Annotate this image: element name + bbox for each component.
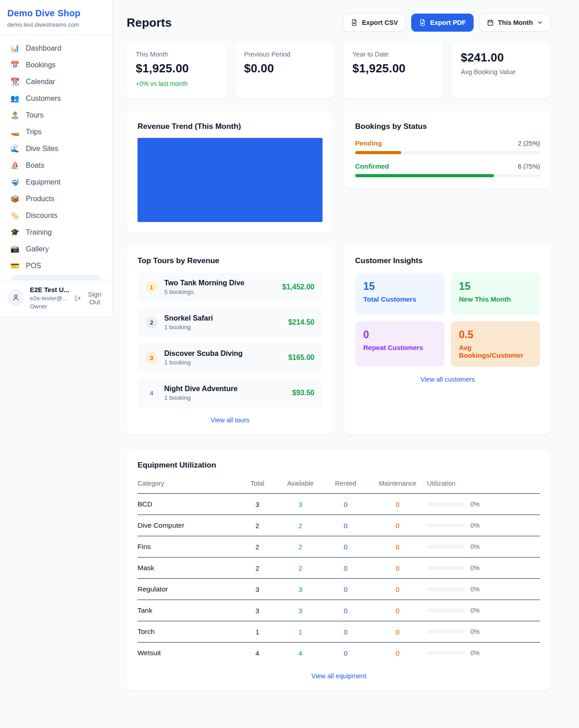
dive-mask-icon: 🤿 <box>10 178 20 186</box>
cell-available: 2 <box>278 522 323 529</box>
tile-avg-bookings-customer: 0.5 Avg Bookings/Customer <box>451 321 541 367</box>
bookings-by-status-card: Bookings by Status Pending 2 (25%) Confi… <box>344 111 551 188</box>
tour-name: Two Tank Morning Dive <box>164 279 244 287</box>
sidebar-item-bookings[interactable]: 📅Bookings <box>5 57 107 73</box>
tour-bookings: 1 booking <box>164 359 242 366</box>
utilization-percent: 0% <box>470 607 479 614</box>
cell-available: 3 <box>278 607 323 615</box>
cell-category: BCD <box>138 500 237 508</box>
stat-card-previous-period: Previous Period $0.00 <box>235 42 335 99</box>
utilization-percent: 0% <box>470 628 479 635</box>
sidebar-item-customers[interactable]: 👥Customers <box>5 90 107 107</box>
cell-available: 3 <box>278 501 323 508</box>
export-csv-button[interactable]: Export CSV <box>343 14 406 32</box>
status-label: Pending <box>355 139 382 147</box>
sidebar-item-label: Dashboard <box>26 44 61 52</box>
utilization-percent: 0% <box>470 649 479 657</box>
utilization-percent: 0% <box>470 522 479 529</box>
progress-track <box>355 151 540 154</box>
dashboard-icon: 📊 <box>10 44 20 52</box>
sign-out-label: Sign Out <box>84 290 105 306</box>
sidebar-item-pos[interactable]: 💳POS <box>5 257 107 274</box>
stat-cards-row: This Month $1,925.00 +0% vs last month P… <box>127 42 551 99</box>
cell-category: Dive Computer <box>138 521 237 529</box>
cell-maintenance: 0 <box>368 522 427 529</box>
page-header: Reports Export CSV Export PDF This Month <box>127 14 551 32</box>
customers-icon: 👥 <box>10 94 20 103</box>
stat-label: Previous Period <box>244 51 326 58</box>
charts-row: Revenue Trend (This Month) Bookings by S… <box>127 111 551 233</box>
avatar <box>7 289 24 306</box>
view-all-customers-link[interactable]: View all customers <box>420 376 475 383</box>
stat-card-avg-booking-value: $241.00 Avg Booking Value <box>452 42 551 99</box>
cell-available: 1 <box>278 628 323 636</box>
sidebar-item-trips[interactable]: 🚤Trips <box>5 123 107 140</box>
sign-out-button[interactable]: Sign Out <box>75 290 105 306</box>
cell-total: 2 <box>237 543 278 551</box>
sidebar-item-tours[interactable]: 🏝️Tours <box>5 107 107 123</box>
status-value: 6 (75%) <box>518 163 540 170</box>
export-pdf-label: Export PDF <box>430 19 466 26</box>
cell-maintenance: 0 <box>368 649 427 657</box>
sidebar-item-training[interactable]: 🎓Training <box>5 224 107 241</box>
sidebar-item-equipment[interactable]: 🤿Equipment <box>5 174 107 190</box>
view-all-tours-link[interactable]: View all tours <box>211 416 250 424</box>
sidebar-item-products[interactable]: 📦Products <box>5 190 107 207</box>
sidebar-item-boats[interactable]: ⛵Boats <box>5 157 107 174</box>
sidebar-item-dive-sites[interactable]: 🌊Dive Sites <box>5 140 107 157</box>
tile-new-this-month: 15 New This Month <box>451 273 541 315</box>
stat-label: Avg Booking Value <box>461 68 542 76</box>
customer-insights-title: Customer Insights <box>355 256 540 265</box>
sidebar-item-label: Trips <box>26 128 42 136</box>
sidebar-item-gallery[interactable]: 📸Gallery <box>5 241 107 257</box>
sidebar: Demo Dive Shop demo.test.divestreams.com… <box>0 0 113 317</box>
cell-utilization: 0% <box>427 649 540 657</box>
cell-rented: 0 <box>323 586 368 593</box>
stat-value: $1,925.00 <box>136 61 217 76</box>
utilization-bar <box>427 524 465 527</box>
speedboat-icon: 🚤 <box>10 128 20 136</box>
cell-available: 4 <box>278 649 323 657</box>
tile-label: Avg Bookings/Customer <box>459 344 532 359</box>
brand-block: Demo Dive Shop demo.test.divestreams.com <box>0 0 113 35</box>
tile-label: Repeat Customers <box>363 344 437 351</box>
cell-rented: 0 <box>323 522 368 529</box>
revenue-trend-bar <box>138 138 323 222</box>
tour-bookings: 1 booking <box>164 394 237 401</box>
cell-total: 2 <box>237 564 278 572</box>
sidebar-active-item-partial[interactable] <box>11 275 102 280</box>
person-icon <box>12 293 20 302</box>
utilization-bar <box>427 630 465 633</box>
sidebar-item-label: Boats <box>26 161 44 170</box>
stat-label: This Month <box>136 51 217 58</box>
progress-fill <box>355 174 494 177</box>
sidebar-item-label: Tours <box>26 111 43 119</box>
utilization-bar <box>427 502 465 506</box>
cell-maintenance: 0 <box>368 586 427 593</box>
sidebar-item-calendar[interactable]: 📆Calendar <box>5 73 107 90</box>
insight-tiles: 15 Total Customers 15 New This Month 0 R… <box>355 273 540 367</box>
stat-value: $1,925.00 <box>352 61 434 76</box>
graduation-cap-icon: 🎓 <box>10 228 20 236</box>
rank-badge: 2 <box>146 317 157 328</box>
period-dropdown[interactable]: This Month <box>479 14 551 32</box>
sidebar-item-label: Dive Sites <box>26 145 58 153</box>
column-header-total: Total <box>237 480 278 487</box>
table-row: Tank 3 3 0 0 0% <box>138 600 540 621</box>
tag-icon: 🏷️ <box>10 211 20 220</box>
cell-rented: 0 <box>323 628 368 636</box>
shop-name: Demo Dive Shop <box>7 8 105 19</box>
sidebar-item-dashboard[interactable]: 📊Dashboard <box>5 40 107 57</box>
export-pdf-button[interactable]: Export PDF <box>411 14 474 32</box>
column-header-available: Available <box>278 480 323 487</box>
export-csv-label: Export CSV <box>362 19 398 26</box>
view-all-equipment-link[interactable]: View all equipment <box>311 672 366 680</box>
sidebar-item-discounts[interactable]: 🏷️Discounts <box>5 207 107 224</box>
cell-category: Regulator <box>138 585 237 593</box>
sailboat-icon: ⛵ <box>10 161 20 170</box>
cell-maintenance: 0 <box>368 607 427 615</box>
table-row: Regulator 3 3 0 0 0% <box>138 579 540 600</box>
sidebar-item-label: Gallery <box>26 245 49 253</box>
tile-value: 0.5 <box>459 329 532 341</box>
tile-value: 0 <box>363 329 437 341</box>
